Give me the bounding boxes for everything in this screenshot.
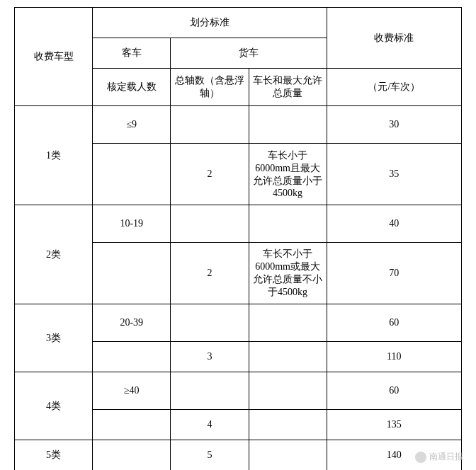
cell-bus: ≥40 xyxy=(93,372,171,410)
cell-bus xyxy=(93,410,171,440)
cell-bus: 20-39 xyxy=(93,304,171,342)
cell-type: 2类 xyxy=(15,205,93,304)
cell-spec xyxy=(249,106,327,144)
cell-bus: ≤9 xyxy=(93,106,171,144)
col-truck: 货车 xyxy=(171,38,327,69)
table-row: 2类 10-19 40 xyxy=(15,205,462,243)
cell-spec xyxy=(249,205,327,243)
table-row: 5类 5 140 xyxy=(15,440,462,471)
watermark-label: 南通日报 xyxy=(429,451,463,463)
toll-standard-table: 收费车型 划分标准 收费标准 客车 货车 核定载人数 总轴数（含悬浮轴） 车长和… xyxy=(14,7,462,470)
cell-bus xyxy=(93,243,171,304)
wechat-logo-icon xyxy=(415,452,426,463)
cell-fee: 60 xyxy=(327,304,461,342)
cell-axle: 4 xyxy=(171,410,249,440)
col-fee-unit: （元/车次） xyxy=(327,69,461,106)
cell-bus xyxy=(93,144,171,205)
cell-axle: 2 xyxy=(171,144,249,205)
cell-axle xyxy=(171,372,249,410)
source-watermark: 南通日报 xyxy=(415,451,463,463)
cell-bus: 10-19 xyxy=(93,205,171,243)
col-criteria: 划分标准 xyxy=(93,8,327,38)
cell-axle: 5 xyxy=(171,440,249,471)
cell-spec xyxy=(249,410,327,440)
cell-type: 5类 xyxy=(15,440,93,471)
col-truck-spec: 车长和最大允许总质量 xyxy=(249,69,327,106)
table-header-row: 收费车型 划分标准 收费标准 xyxy=(15,8,462,38)
cell-axle xyxy=(171,304,249,342)
cell-spec: 车长不小于6000mm或最大允许总质量不小于4500kg xyxy=(249,243,327,304)
cell-bus xyxy=(93,440,171,471)
cell-axle xyxy=(171,205,249,243)
cell-type: 3类 xyxy=(15,304,93,372)
col-bus: 客车 xyxy=(93,38,171,69)
cell-spec xyxy=(249,342,327,372)
cell-axle: 2 xyxy=(171,243,249,304)
cell-axle: 3 xyxy=(171,342,249,372)
cell-fee: 135 xyxy=(327,410,461,440)
col-vehicle-type: 收费车型 xyxy=(15,8,93,106)
cell-type: 1类 xyxy=(15,106,93,205)
cell-spec xyxy=(249,372,327,410)
cell-spec xyxy=(249,304,327,342)
col-bus-capacity: 核定载人数 xyxy=(93,69,171,106)
cell-fee: 70 xyxy=(327,243,461,304)
col-truck-axles: 总轴数（含悬浮轴） xyxy=(171,69,249,106)
cell-spec xyxy=(249,440,327,471)
cell-fee: 40 xyxy=(327,205,461,243)
cell-axle xyxy=(171,106,249,144)
table-row: 1类 ≤9 30 xyxy=(15,106,462,144)
cell-fee: 30 xyxy=(327,106,461,144)
cell-fee: 110 xyxy=(327,342,461,372)
cell-spec: 车长小于6000mm且最大允许总质量小于4500kg xyxy=(249,144,327,205)
cell-fee: 60 xyxy=(327,372,461,410)
cell-type: 4类 xyxy=(15,372,93,440)
cell-fee: 35 xyxy=(327,144,461,205)
table-row: 3类 20-39 60 xyxy=(15,304,462,342)
table-row: 4类 ≥40 60 xyxy=(15,372,462,410)
cell-bus xyxy=(93,342,171,372)
col-fee: 收费标准 xyxy=(327,8,461,69)
